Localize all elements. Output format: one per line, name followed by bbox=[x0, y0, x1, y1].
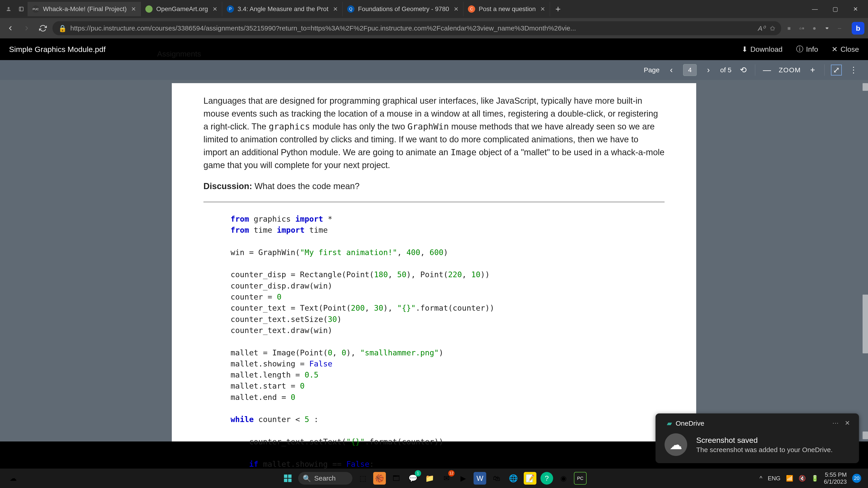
pdf-page: Languages that are designed for programm… bbox=[172, 83, 696, 442]
close-icon: ✕ bbox=[832, 45, 838, 54]
tab-actions-icon[interactable] bbox=[17, 4, 26, 13]
scroll-down-arrow[interactable] bbox=[863, 431, 868, 439]
zoom-label: ZOOM bbox=[779, 66, 801, 74]
discussion-line: Discussion: What does the code mean? bbox=[204, 180, 664, 193]
app-help[interactable]: ? bbox=[540, 472, 553, 485]
background-text: Assignments bbox=[157, 50, 201, 58]
app-notes[interactable]: 📝 bbox=[524, 472, 536, 485]
info-button[interactable]: ⓘInfo bbox=[796, 44, 818, 54]
star-icon[interactable]: ✩ bbox=[770, 24, 775, 32]
app-chrome[interactable]: ◉ bbox=[557, 472, 570, 485]
svg-rect-6 bbox=[288, 479, 291, 482]
address-bar[interactable]: 🔒 https://puc.instructure.com/courses/33… bbox=[53, 21, 781, 35]
wifi-icon[interactable]: 📶 bbox=[786, 475, 793, 482]
tray-notifications[interactable]: 20 bbox=[852, 474, 861, 483]
maximize-button[interactable]: ▢ bbox=[825, 2, 845, 16]
scrollbar-thumb[interactable] bbox=[863, 295, 868, 353]
new-tab-button[interactable]: + bbox=[550, 4, 566, 14]
svg-rect-3 bbox=[284, 475, 287, 478]
svg-rect-1 bbox=[19, 7, 23, 11]
download-icon: ⬇ bbox=[742, 45, 748, 54]
app-explorer[interactable]: 📁 bbox=[423, 472, 436, 485]
tray-chevron-icon[interactable]: ^ bbox=[760, 475, 762, 482]
rotate-button[interactable]: ⟲ bbox=[738, 65, 749, 75]
volume-icon[interactable]: 🔇 bbox=[799, 475, 806, 482]
taskbar-search[interactable]: 🔍Search bbox=[298, 472, 352, 485]
url-text: https://puc.instructure.com/courses/3386… bbox=[70, 24, 755, 32]
refresh-button[interactable] bbox=[36, 22, 50, 35]
tab-close-icon[interactable]: ✕ bbox=[454, 6, 459, 13]
close-viewer-button[interactable]: ✕Close bbox=[832, 45, 859, 54]
tray-clock[interactable]: 5:55 PM 6/1/2023 bbox=[824, 471, 847, 485]
tray-language[interactable]: ENG bbox=[768, 475, 780, 482]
fullscreen-button[interactable]: ⤢ bbox=[831, 65, 842, 75]
tab-post-question[interactable]: C Post a new question ✕ bbox=[463, 2, 550, 16]
tab-close-icon[interactable]: ✕ bbox=[333, 6, 338, 13]
svg-rect-4 bbox=[288, 475, 291, 478]
horizontal-rule bbox=[204, 202, 664, 202]
download-button[interactable]: ⬇Download bbox=[742, 45, 782, 54]
tab-whack-a-mole[interactable]: PUC Whack-a-Mole! (Final Project) ✕ bbox=[28, 2, 141, 16]
extensions-icon[interactable]: ⊞ bbox=[784, 23, 794, 33]
code-block: from graphics import * from time import … bbox=[204, 214, 664, 481]
bing-button[interactable]: b bbox=[852, 22, 864, 35]
weather-widget[interactable]: ☁ bbox=[7, 472, 20, 485]
more-tools-button[interactable]: ⋮ bbox=[848, 65, 859, 75]
notification-title: Screenshot saved bbox=[696, 436, 833, 445]
collections-icon[interactable]: ⊕ bbox=[809, 23, 819, 33]
app-mail[interactable]: ✉12 bbox=[440, 472, 453, 485]
favicon-icon bbox=[145, 5, 153, 13]
task-view-button[interactable]: ⬚ bbox=[356, 472, 369, 485]
tab-angle-measure[interactable]: P 3.4: Angle Measure and the Prot ✕ bbox=[222, 2, 343, 16]
heart-icon[interactable]: ❤ bbox=[822, 23, 832, 33]
app-desktops[interactable]: 🗔 bbox=[390, 472, 403, 485]
minimize-button[interactable]: — bbox=[805, 2, 825, 16]
scrollbar-track[interactable] bbox=[861, 80, 868, 442]
tab-close-icon[interactable]: ✕ bbox=[213, 6, 217, 13]
tab-title: 3.4: Angle Measure and the Prot bbox=[238, 5, 329, 13]
tab-opengameart[interactable]: OpenGameArt.org ✕ bbox=[141, 2, 222, 16]
tabs-row: PUC Whack-a-Mole! (Final Project) ✕ Open… bbox=[28, 0, 805, 18]
body-paragraph: Languages that are designed for programm… bbox=[204, 94, 664, 172]
tab-close-icon[interactable]: ✕ bbox=[540, 6, 545, 13]
onedrive-notification[interactable]: ▰ OneDrive ⋯ ✕ ☁ Screenshot saved The sc… bbox=[655, 414, 859, 463]
app-store[interactable]: 🛍 bbox=[490, 472, 503, 485]
document-viewport[interactable]: Languages that are designed for programm… bbox=[0, 80, 868, 442]
tab-close-icon[interactable]: ✕ bbox=[131, 6, 136, 13]
tab-title: Whack-a-Mole! (Final Project) bbox=[43, 5, 127, 13]
notification-close-icon[interactable]: ✕ bbox=[845, 419, 850, 427]
notification-menu-icon[interactable]: ⋯ bbox=[832, 419, 839, 427]
favorites-icon[interactable]: ☆≡ bbox=[797, 23, 807, 33]
battery-icon[interactable]: 🔋 bbox=[811, 475, 818, 482]
page-label: Page bbox=[644, 66, 659, 74]
zoom-in-button[interactable]: + bbox=[807, 65, 818, 75]
info-icon: ⓘ bbox=[796, 44, 803, 54]
favicon-icon: P bbox=[227, 5, 234, 13]
scroll-up-arrow[interactable] bbox=[863, 83, 868, 91]
next-page-button[interactable]: › bbox=[703, 65, 714, 75]
app-chat[interactable]: 💬1 bbox=[407, 472, 419, 485]
onedrive-icon: ▰ bbox=[667, 419, 672, 427]
app-word[interactable]: W bbox=[473, 472, 486, 485]
tab-foundations[interactable]: Q Foundations of Geometry - 9780 ✕ bbox=[343, 2, 463, 16]
back-button[interactable] bbox=[4, 22, 17, 35]
read-aloud-icon[interactable]: A⁰ bbox=[758, 24, 765, 32]
app-pycharm[interactable]: PC bbox=[574, 472, 587, 485]
zoom-out-button[interactable]: — bbox=[762, 65, 772, 75]
document-title: Simple Graphics Module.pdf bbox=[9, 45, 105, 54]
app-basketball[interactable]: 🏀 bbox=[373, 472, 386, 485]
page-total: of 5 bbox=[720, 66, 732, 74]
tab-title: Post a new question bbox=[479, 5, 536, 13]
prev-page-button[interactable]: ‹ bbox=[666, 65, 677, 75]
svg-rect-5 bbox=[284, 479, 287, 482]
close-window-button[interactable]: ✕ bbox=[845, 2, 866, 16]
profile-icon[interactable] bbox=[4, 4, 13, 13]
more-icon[interactable]: ⋯ bbox=[835, 23, 844, 33]
app-media[interactable]: ▶ bbox=[457, 472, 469, 485]
app-edge[interactable]: 🌐 bbox=[507, 472, 520, 485]
page-input[interactable] bbox=[683, 64, 697, 76]
svg-point-0 bbox=[8, 7, 10, 9]
start-button[interactable] bbox=[281, 472, 294, 485]
lock-icon: 🔒 bbox=[58, 24, 67, 32]
favicon-icon: C bbox=[468, 5, 475, 13]
